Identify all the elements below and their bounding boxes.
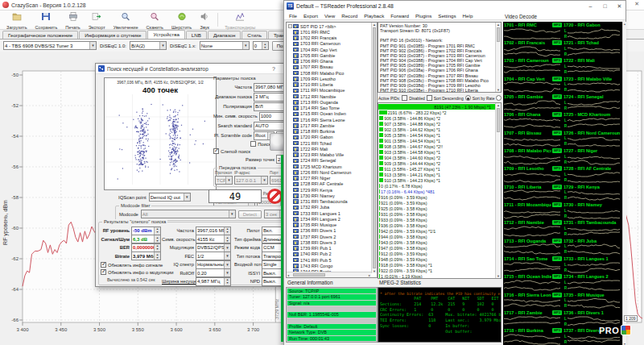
- channel-monitor[interactable]: 1716 - RFI Sierra LeoneMP2: [503, 292, 563, 310]
- minimize-button[interactable]: –: [584, 3, 597, 9]
- tree-item[interactable]: 1716 RFI Sierra Leone: [288, 117, 377, 123]
- tree-item[interactable]: 1712 RFI Namibie: [288, 94, 377, 99]
- channel-monitor[interactable]: 1732 - RFI Juba L R: [563, 238, 622, 256]
- pid-row[interactable]: 944 (0.09% - 3.58 Kbps): [378, 234, 501, 239]
- result-value[interactable]: 4155 Кс: [196, 235, 231, 243]
- pid-row[interactable]: 947 (0.09% - 3.58 Kbps): [378, 245, 501, 251]
- channel-monitor[interactable]: 1735 - RFI Musique L R: [563, 292, 622, 310]
- video-vscrollbar[interactable]: ▴▾: [622, 22, 626, 345]
- result-value[interactable]: 1/2: [196, 251, 231, 260]
- tree-item[interactable]: 1732 RFI Juba: [288, 205, 377, 210]
- tsreader-titlebar[interactable]: TS Default -- TSReader Professional 2.8.…: [284, 1, 625, 11]
- channel-monitor[interactable]: 1712 - RFI NamibieMP2: [503, 220, 563, 238]
- result-value[interactable]: 3967,016 МГц: [196, 227, 231, 235]
- toolbar-button[interactable]: Сканить: [143, 9, 167, 31]
- menu-item[interactable]: View: [321, 13, 338, 19]
- position-stepper[interactable]: 0: [253, 41, 269, 50]
- toolbar-button[interactable]: Транспондеры: [221, 9, 258, 31]
- pid-row[interactable]: 910 (3.58% - 144.23 Kbps) *1: [378, 177, 501, 183]
- tree-item[interactable]: 1724 RFI Senegal: [288, 158, 377, 164]
- pid-row[interactable]: 922 (0.09% - 3.59 Kbps) *1: [378, 268, 501, 273]
- channel-monitor[interactable]: 1734 - RFI Langues 2 L R: [563, 274, 622, 292]
- pid-row[interactable]: 902 (3.58% - 144.62 Kbps) *1: [378, 127, 501, 132]
- tree-item[interactable]: 1726 RFI Nord Cameroun: [288, 169, 377, 175]
- tree-item[interactable]: 1743 RFI Congo: [288, 263, 377, 268]
- result-value[interactable]: 3,979 Мбит: [131, 251, 161, 260]
- tree-item[interactable]: 1734 RFI Langues 2: [288, 216, 377, 222]
- toolbar-button[interactable]: Сохранить: [32, 9, 61, 31]
- channel-monitor[interactable]: 1723 - RFI Malabo Ville L R: [563, 76, 622, 94]
- pid-row[interactable]: 1 (0.01% - 1.19 Kbps): [378, 273, 501, 279]
- channel-monitor[interactable]: 1702 - RFI FrancaisMP2: [503, 39, 563, 57]
- tree-item[interactable]: 1731 RFI Tambacounda: [288, 199, 377, 205]
- menu-item[interactable]: Plugins: [412, 13, 435, 19]
- pid-row[interactable]: 916 (0.09% - 3.59 Kbps): [378, 194, 501, 200]
- channel-monitor[interactable]: 1717 - RFI ZambieMP2: [503, 310, 563, 327]
- channel-monitor[interactable]: 1701 - RFI RMCMP2: [503, 22, 563, 39]
- pid-row[interactable]: 948 (0.09% - 3.59 Kbps): [378, 256, 501, 262]
- channel-monitor[interactable]: 1728 - RFI AF Centrale L R: [563, 166, 622, 184]
- toolbar-button[interactable]: Шерстить: [168, 9, 195, 31]
- channel-monitor[interactable]: 1711 - RFI MozambiqueMP2: [503, 202, 563, 219]
- result-value[interactable]: 0,0000000: [131, 243, 161, 252]
- pid-row[interactable]: 904 (3.58% - 144.60 Kbps) *2: [378, 155, 501, 160]
- tree-item[interactable]: 1708 RFI Malabo Pico: [288, 70, 377, 76]
- tree-item[interactable]: 1703 RFI Cameroun: [288, 41, 377, 47]
- channel-monitor[interactable]: 1714 - RFI Sao TomeMP2: [503, 256, 563, 273]
- tree-item[interactable]: 1713 RFI Ouganda: [288, 99, 377, 105]
- tree-item[interactable]: 1717 RFI Zambie: [288, 123, 377, 128]
- toolbar-button[interactable]: Загрузить: [3, 9, 31, 31]
- pid-row[interactable]: 8191 (47.23% - 1.90 Mbps) *1: [378, 104, 501, 110]
- tab[interactable]: Географическое положение: [2, 31, 78, 39]
- channel-monitor[interactable]: 1710 - RFI LiberiaMP2: [503, 184, 563, 202]
- tree-item[interactable]: 1702 RFI Francais: [288, 35, 377, 41]
- channel-monitor[interactable]: 1729 - RFI Kenya L R: [563, 184, 622, 202]
- diseqc1x-select[interactable]: None: [200, 41, 250, 50]
- pid-row[interactable]: 2191 (6.67% - 283.22 Kbps) *2: [378, 110, 501, 115]
- pid-row[interactable]: 909 (3.58% - 144.44 Kbps) *2: [378, 160, 501, 166]
- menu-item[interactable]: Settings: [435, 13, 459, 19]
- tree-item[interactable]: 1727 RFI Niger: [288, 176, 377, 181]
- pid-row[interactable]: 911 (3.58% - 145.27 Kbps) *1: [378, 166, 501, 172]
- channel-monitor[interactable]: 1708 - RFI Malabo PicoMP2: [503, 148, 563, 165]
- tree-item[interactable]: 1711 RFI Mocambique: [288, 88, 377, 94]
- tree-item[interactable]: 1728 RFI AF Centrale: [288, 181, 377, 187]
- tree-item[interactable]: 1705 RFI Gambie: [288, 52, 377, 58]
- menu-item[interactable]: Export: [300, 13, 321, 19]
- channel-monitor[interactable]: 1726 - RFI Nord Cameroun L R: [563, 130, 622, 148]
- pat-line[interactable]: PMT PID 908 (0x038c) - Program 1708 RFI …: [380, 78, 501, 83]
- tree-hscrollbar[interactable]: ◂▸: [287, 272, 371, 277]
- pid-row[interactable]: 933 (0.09% - 3.58 Kbps): [378, 217, 501, 222]
- toolbar-button[interactable]: Печать: [62, 9, 83, 31]
- tuner-select[interactable]: 4 - TBS 6908 DVBS/S2 Tuner 3: [3, 41, 97, 50]
- pid-row[interactable]: 943 (0.09% - 3.58 Kbps): [378, 239, 501, 245]
- menu-item[interactable]: Help: [460, 13, 477, 19]
- menu-item[interactable]: Record: [338, 13, 361, 19]
- channel-monitor[interactable]: 1720 - RFI Gabon L R: [563, 22, 622, 39]
- tree-item[interactable]: 1740 RFI Pub 2: [288, 251, 377, 257]
- sort-by-pid-radio[interactable]: [496, 95, 502, 101]
- tree-vscrollbar[interactable]: ▲▼: [371, 23, 377, 273]
- tree-item[interactable]: 1730 RFI Niamey: [288, 193, 377, 198]
- tab[interactable]: Устройства: [147, 30, 184, 39]
- tree-item[interactable]: 1720 RFI Gabon: [288, 135, 377, 140]
- tree-item[interactable]: 1723 RFI Malabo Ville: [288, 152, 377, 158]
- channel-monitor[interactable]: 1706 - RFI GhanaMP2: [503, 112, 563, 130]
- modcode-select[interactable]: All: [141, 210, 236, 218]
- pid-row[interactable]: 936 (0.09% - 3.58 Kbps): [378, 222, 501, 228]
- tree-item[interactable]: 1718 RFI Burkina: [288, 129, 377, 135]
- channel-monitor[interactable]: 1733 - RFI Langues 1 L R: [563, 256, 622, 273]
- channel-monitor[interactable]: 1731 - RFI Tambacounda L R: [563, 220, 622, 238]
- pid-row[interactable]: 921 (0.09% - 3.59 Kbps): [378, 200, 501, 206]
- channel-monitor[interactable]: 1707 - RFI BissauMP2: [503, 130, 563, 148]
- result-value[interactable]: DVBS2/QPSK: [196, 243, 231, 252]
- tree-item[interactable]: 1737 RFI Divers 2: [288, 234, 377, 239]
- channel-monitor[interactable]: 1724 - RFI Senegal L R: [563, 94, 622, 111]
- sort-by-rate-radio[interactable]: [465, 95, 471, 101]
- channel-monitor[interactable]: 1715 - RFI Ocean IndienMP2: [503, 274, 563, 292]
- maximize-button[interactable]: □: [599, 3, 611, 9]
- close-button[interactable]: ✕: [613, 3, 625, 10]
- pid-row[interactable]: 918 (0.09% - 3.58 Kbps) *1: [378, 262, 501, 268]
- tab[interactable]: Диапазон: [208, 31, 241, 39]
- pid-vscrollbar[interactable]: ▲▼: [495, 103, 501, 278]
